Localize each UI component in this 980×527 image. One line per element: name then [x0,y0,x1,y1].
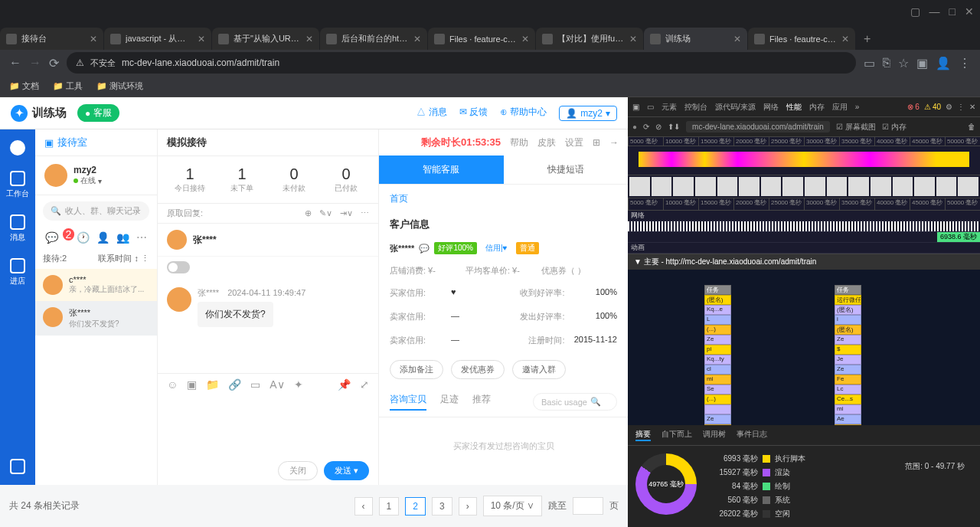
pin-icon[interactable]: 📌 [338,378,351,391]
browser-tab[interactable]: 训练场✕ [644,28,747,50]
action-button[interactable]: 发优惠券 [451,360,505,379]
sort-dropdown[interactable]: 联系时间 ↕ ⋮ [98,253,149,264]
browser-tab[interactable]: Files · feature-cxx-searc✕ [428,28,535,50]
search-input[interactable]: 🔍 收人、群、聊天记录 [43,201,149,221]
devtools-tab[interactable]: 控制台 [684,102,707,113]
page-jump-input[interactable] [573,497,603,515]
frame-thumbnail[interactable] [893,177,913,196]
frame-thumbnail[interactable] [652,177,672,196]
rail-menu[interactable] [10,459,25,474]
reload-record-icon[interactable]: ⟳ [643,123,649,131]
tab-ai[interactable]: 智能客服 [379,155,504,184]
summary-tab[interactable]: 调用树 [703,429,726,441]
tab-quick[interactable]: 快捷短语 [504,155,629,184]
rail-message[interactable]: 消息 [10,214,25,243]
close-window-icon[interactable]: ✕ [965,5,974,18]
send-button[interactable]: 发送 ▾ [324,461,369,480]
summary-tab[interactable]: 自下而上 [662,429,692,441]
menu-icon[interactable]: ⋮ [959,56,971,70]
frame-thumbnail[interactable] [958,177,978,196]
back-icon[interactable]: ← [9,56,21,70]
maximize-icon[interactable]: □ [949,5,956,18]
devtools-tab[interactable]: 源代码/来源 [715,102,756,113]
header-help[interactable]: ⊕ 帮助中心 [500,106,547,121]
overview-timeline[interactable]: 5000 毫秒10000 毫秒15000 毫秒20000 毫秒25000 毫秒3… [628,137,980,175]
clock-icon[interactable]: 🕐 [77,231,90,244]
translate-icon[interactable]: ⎘ [883,56,890,70]
chat-filter-icon[interactable]: 💬2 [45,231,70,244]
image-icon[interactable]: ▣ [187,378,197,391]
frame-thumbnail[interactable] [673,177,694,196]
error-count[interactable]: ⊗ 6 [907,103,920,111]
more-icon[interactable]: ⋯ [136,231,147,244]
summary-tab[interactable]: 摘要 [635,429,651,441]
browser-tab[interactable]: javascript - 从输入URL到✕ [104,28,211,50]
screenshots-check[interactable]: ☑ 屏幕截图 [836,122,876,133]
expand-icon[interactable]: ⤢ [360,378,369,391]
search-goods[interactable]: Basic usage 🔍 [533,393,617,411]
close-tab-icon[interactable]: ✕ [629,34,637,44]
devtools-tab[interactable]: 网络 [763,102,779,113]
perf-url[interactable]: mc-dev-lane.xiaoduoai.com/admit/train [686,121,830,133]
frame-thumbnail[interactable] [782,177,803,196]
frame-thumbnail[interactable] [629,177,650,196]
next-page[interactable]: › [459,497,477,516]
action-button[interactable]: 邀请入群 [512,360,566,379]
page-size[interactable]: 10 条/页 ∨ [483,496,542,516]
clear-icon[interactable]: ⊘ [655,123,662,131]
devtools-tab[interactable]: 应用 [832,102,848,113]
flame-main-label[interactable]: ▼ 主要 - http://mc-dev-lane.xiaoduoai.com/… [628,254,980,270]
copy-icon[interactable]: ⊕ [305,208,312,218]
record-icon[interactable]: ● [632,123,637,131]
card-icon[interactable]: ▭ [250,378,260,391]
browser-tab[interactable]: Files · feautre-cxx-searc✕ [748,28,855,50]
cast-icon[interactable]: ▭ [864,56,875,70]
devtools-tab[interactable]: 内存 [809,102,825,113]
url-input[interactable]: ⚠ 不安全 mc-dev-lane.xiaoduoai.com/admit/tr… [67,52,856,74]
subtab-consult[interactable]: 咨询宝贝 [390,393,426,411]
reload-icon[interactable]: ⟳ [49,56,59,70]
browser-tab[interactable]: 基于"从输入URL到页面✕ [212,28,319,50]
page-3[interactable]: 3 [432,497,452,516]
extensions-icon[interactable]: ▣ [916,56,928,70]
message-input[interactable] [158,395,378,457]
frame-thumbnail[interactable] [805,177,825,196]
user-chip[interactable]: 👤 mzy2 ▾ [559,106,617,121]
subtab-history[interactable]: 足迹 [440,393,459,411]
group-icon[interactable]: 👥 [116,231,129,244]
device-icon[interactable]: ▭ [647,103,654,111]
page-1[interactable]: 1 [379,497,400,516]
memory-check[interactable]: ☑ 内存 [882,122,906,133]
close-tab-icon[interactable]: ✕ [521,34,529,44]
link-icon[interactable]: 🔗 [228,378,241,391]
profile-icon[interactable]: 👤 [936,56,951,70]
frame-thumbnail[interactable] [761,177,782,196]
track-network[interactable]: 网络 [631,211,645,221]
warn-count[interactable]: ⚠ 40 [924,103,941,111]
close-tab-icon[interactable]: ✕ [305,34,313,44]
skin-link[interactable]: 皮肤 [537,136,556,149]
split-icon[interactable]: ⊞ [593,137,600,148]
close-tab-icon[interactable]: ✕ [198,34,205,44]
bookmark-item[interactable]: 📁 测试环境 [96,80,143,92]
emoji-icon[interactable]: ☺ [167,378,178,391]
home-link[interactable]: 首页 [379,185,628,213]
close-tab-icon[interactable]: ✕ [733,34,741,44]
summary-tab[interactable]: 事件日志 [737,429,767,441]
header-feedback[interactable]: ✉ 反馈 [459,106,488,121]
restore-icon[interactable]: ▢ [910,5,920,18]
bookmark-item[interactable]: 📁 工具 [53,80,83,92]
rail-chat[interactable] [10,140,25,155]
frame-thumbnail[interactable] [871,177,891,196]
status[interactable]: 在线 ▾ [74,175,102,186]
dock-icon[interactable]: ⋮ [957,103,965,111]
file-icon[interactable]: 📁 [206,378,219,391]
trash-icon[interactable]: 🗑 [968,123,975,131]
conversation-item[interactable]: c****亲，冷藏上面结冰了... [35,269,157,301]
toggle[interactable] [167,261,190,273]
frame-thumbnail[interactable] [717,177,738,196]
load-icon[interactable]: ⬆⬇ [668,123,680,131]
frame-thumbnail[interactable] [936,177,957,196]
devtools-tab[interactable]: 性能 [786,102,802,113]
help-link[interactable]: 帮助 [510,136,528,149]
